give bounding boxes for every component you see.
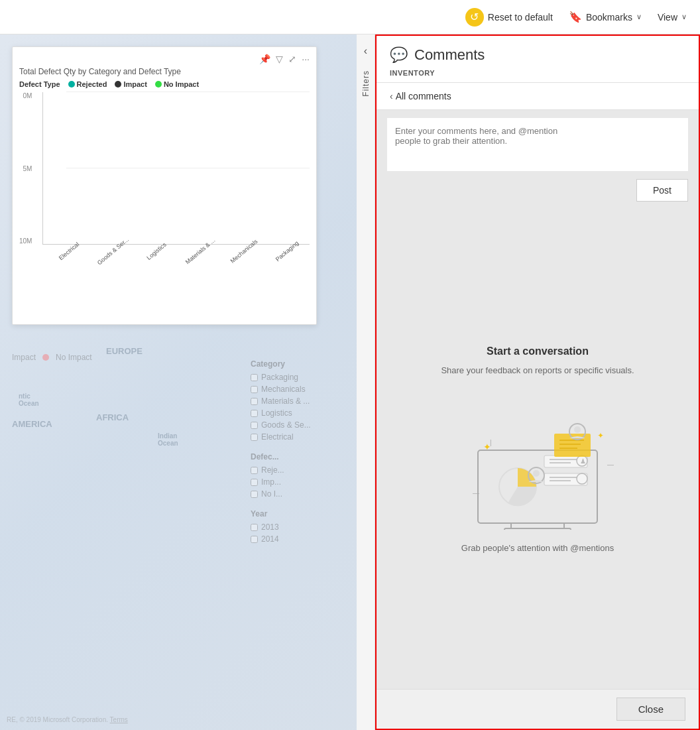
all-comments-label: All comments bbox=[396, 91, 451, 101]
main-area: EUROPE AFRICA AMERICA nticOcean IndianOc… bbox=[0, 34, 700, 730]
post-button-row: Post bbox=[387, 179, 688, 202]
collapse-arrow-icon: ‹ bbox=[364, 45, 367, 57]
bar-chart: 10M 5M 0M bbox=[19, 92, 310, 278]
checkbox-materials[interactable]: Materials & ... bbox=[251, 396, 343, 406]
checkbox-goods[interactable]: Goods & Se... bbox=[251, 420, 343, 430]
reset-to-default-button[interactable]: ↺ Reset to default bbox=[465, 8, 553, 27]
report-panel: EUROPE AFRICA AMERICA nticOcean IndianOc… bbox=[0, 34, 357, 730]
checkbox-2014[interactable]: 2014 bbox=[251, 534, 343, 544]
chart-title: Total Defect Qty by Category and Defect … bbox=[19, 67, 310, 76]
comments-section-label: INVENTORY bbox=[390, 69, 685, 77]
y-label-5m: 5M bbox=[23, 165, 32, 172]
chart-card: 📌 ▽ ⤢ ··· Total Defect Qty by Category a… bbox=[12, 46, 317, 325]
copyright: RE, © 2019 Microsoft Corporation. Terms bbox=[7, 716, 128, 723]
checkbox-rejected[interactable]: Reje... bbox=[251, 465, 343, 475]
svg-text:—: — bbox=[607, 461, 614, 468]
comments-title-text: Comments bbox=[414, 46, 485, 64]
checkbox-goods-input[interactable] bbox=[251, 422, 258, 429]
checkbox-2014-input[interactable] bbox=[251, 536, 258, 543]
sidebar-collapse-button[interactable]: ‹ Filters bbox=[357, 34, 375, 730]
category-header: Category bbox=[251, 359, 343, 369]
svg-text:♟: ♟ bbox=[580, 457, 586, 465]
checkbox-mechanicals-label: Mechanicals bbox=[261, 385, 306, 394]
comments-header: 💬 Comments INVENTORY bbox=[377, 36, 699, 83]
checkbox-logistics-input[interactable] bbox=[251, 410, 258, 417]
bookmarks-button[interactable]: 🔖 Bookmarks ∨ bbox=[569, 11, 642, 23]
back-chevron-icon: ‹ bbox=[390, 91, 393, 101]
bookmarks-chevron: ∨ bbox=[636, 13, 642, 21]
checkbox-logistics[interactable]: Logistics bbox=[251, 408, 343, 418]
checkbox-packaging[interactable]: Packaging bbox=[251, 373, 343, 382]
checkbox-2013-input[interactable] bbox=[251, 524, 258, 531]
y-label-10m: 10M bbox=[19, 237, 32, 245]
bookmark-icon: 🔖 bbox=[569, 11, 582, 23]
svg-point-18 bbox=[574, 426, 581, 433]
legend-rejected: Rejected bbox=[68, 80, 107, 88]
checkbox-mechanicals[interactable]: Mechanicals bbox=[251, 385, 343, 394]
all-comments-back-link[interactable]: ‹ All comments bbox=[377, 83, 699, 110]
checkbox-2013-label: 2013 bbox=[261, 522, 279, 532]
faded-legend: Impact No Impact bbox=[12, 353, 92, 362]
checkbox-packaging-input[interactable] bbox=[251, 374, 258, 381]
bookmarks-label: Bookmarks bbox=[586, 12, 632, 23]
checkbox-materials-label: Materials & ... bbox=[261, 396, 310, 406]
close-button[interactable]: Close bbox=[616, 698, 685, 721]
faded-no-impact-dot bbox=[42, 354, 49, 361]
category-panel: Category Packaging Mechanicals Materials… bbox=[251, 359, 343, 546]
checkbox-noimpact[interactable]: No I... bbox=[251, 489, 343, 499]
faded-area: Impact No Impact Category Packaging Mech… bbox=[0, 333, 357, 730]
checkbox-electrical-input[interactable] bbox=[251, 434, 258, 441]
y-axis: 10M 5M 0M bbox=[19, 92, 34, 245]
svg-text:✦: ✦ bbox=[597, 431, 604, 440]
svg-rect-2 bbox=[504, 528, 571, 530]
filter-icon[interactable]: ▽ bbox=[276, 54, 283, 64]
comments-title: 💬 Comments bbox=[390, 46, 685, 64]
terms-link[interactable]: Terms bbox=[110, 716, 128, 723]
no-impact-dot bbox=[155, 81, 162, 88]
checkbox-impact-label: Imp... bbox=[261, 477, 281, 487]
legend-impact: Impact bbox=[115, 80, 146, 88]
filters-label: Filters bbox=[361, 70, 371, 97]
defect-header: Defec... bbox=[251, 452, 343, 461]
legend-defect-type-label: Defect Type bbox=[19, 80, 60, 88]
view-chevron: ∨ bbox=[681, 13, 687, 21]
expand-icon[interactable]: ⤢ bbox=[288, 54, 296, 64]
no-impact-label: No Impact bbox=[164, 80, 199, 88]
toolbar: ↺ Reset to default 🔖 Bookmarks ∨ View ∨ bbox=[0, 0, 700, 34]
svg-text:|: | bbox=[490, 439, 492, 446]
more-options-icon[interactable]: ··· bbox=[302, 54, 310, 64]
post-button[interactable]: Post bbox=[636, 179, 688, 202]
svg-rect-1 bbox=[511, 523, 564, 528]
grid-line-100 bbox=[66, 91, 310, 92]
checkbox-packaging-label: Packaging bbox=[261, 373, 298, 382]
checkbox-impact[interactable]: Imp... bbox=[251, 477, 343, 487]
checkbox-impact-input[interactable] bbox=[251, 479, 258, 486]
svg-point-20 bbox=[533, 470, 540, 477]
comments-panel: 💬 Comments INVENTORY ‹ All comments Post… bbox=[375, 34, 700, 730]
faded-impact-label: Impact bbox=[12, 353, 36, 362]
checkbox-materials-input[interactable] bbox=[251, 398, 258, 405]
start-conversation-title: Start a conversation bbox=[487, 345, 589, 357]
view-button[interactable]: View ∨ bbox=[658, 12, 687, 23]
checkbox-logistics-label: Logistics bbox=[261, 408, 292, 418]
svg-text:—: — bbox=[473, 489, 479, 497]
start-conversation-area: Start a conversation Share your feedback… bbox=[377, 210, 699, 689]
chart-legend: Defect Type Rejected Impact No Impact bbox=[19, 80, 310, 88]
comment-textarea[interactable] bbox=[387, 118, 688, 171]
checkbox-2013[interactable]: 2013 bbox=[251, 522, 343, 532]
conversation-illustration: ♟ ✦ ✦ — bbox=[438, 397, 637, 530]
checkbox-electrical-label: Electrical bbox=[261, 432, 294, 442]
close-footer: Close bbox=[377, 689, 699, 729]
checkbox-noimpact-label: No I... bbox=[261, 489, 282, 499]
grid-line-50 bbox=[66, 168, 310, 168]
checkbox-electrical[interactable]: Electrical bbox=[251, 432, 343, 442]
reset-icon: ↺ bbox=[465, 8, 484, 27]
year-header: Year bbox=[251, 509, 343, 518]
checkbox-noimpact-input[interactable] bbox=[251, 491, 258, 498]
pin-icon[interactable]: 📌 bbox=[259, 54, 270, 64]
checkbox-mechanicals-input[interactable] bbox=[251, 386, 258, 393]
comment-input-area: Post bbox=[377, 110, 699, 210]
legend-no-impact: No Impact bbox=[155, 80, 199, 88]
checkbox-rejected-input[interactable] bbox=[251, 467, 258, 474]
x-labels: Electrical Goods & Ser... Logistics Mate… bbox=[42, 245, 310, 278]
